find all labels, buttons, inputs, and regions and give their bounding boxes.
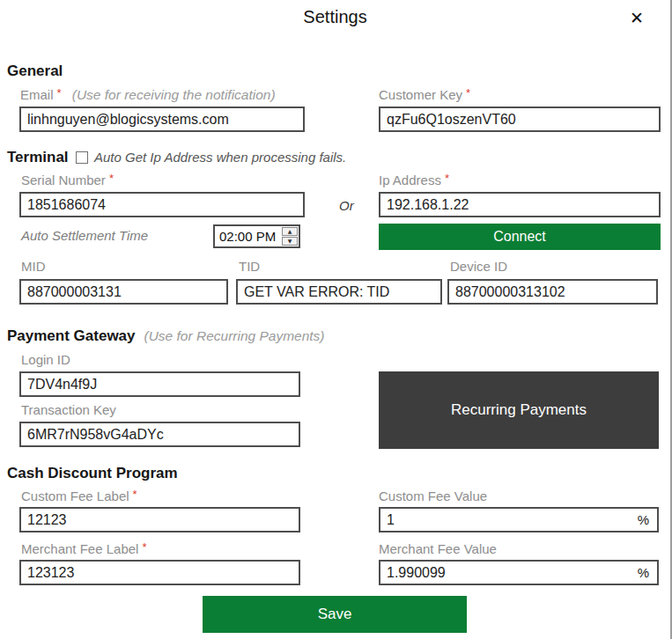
- device-id-label: Device ID: [450, 259, 507, 274]
- merchant-fee-label-label: Merchant Fee Label*: [21, 541, 146, 556]
- email-hint: (Use for receiving the notification): [72, 87, 276, 102]
- customer-key-label: Customer Key*: [379, 87, 470, 102]
- section-heading-general: General: [7, 62, 63, 80]
- email-input[interactable]: [19, 106, 305, 132]
- ip-address-input[interactable]: [379, 192, 661, 217]
- email-label: Email* (Use for receiving the notificati…: [20, 87, 276, 103]
- custom-fee-value-input[interactable]: [380, 512, 638, 528]
- recurring-payments-button[interactable]: Recurring Payments: [379, 371, 659, 449]
- merchant-fee-value-label: Merchant Fee Value: [379, 541, 497, 556]
- merchant-fee-label-required-asterisk: *: [142, 540, 146, 554]
- mid-label: MID: [21, 259, 46, 274]
- section-heading-cash-discount: Cash Discount Program: [7, 465, 178, 482]
- merchant-fee-percent-suffix: %: [638, 565, 649, 580]
- auto-get-ip-checkbox[interactable]: [76, 151, 88, 164]
- merchant-fee-label-text: Merchant Fee Label: [21, 541, 138, 556]
- auto-settlement-time-field[interactable]: ▲ ▼: [213, 224, 300, 248]
- transaction-key-input[interactable]: [19, 422, 300, 447]
- serial-number-label-text: Serial Number: [21, 173, 106, 187]
- merchant-fee-label-input[interactable]: [19, 560, 300, 585]
- ip-address-label: Ip Address*: [379, 173, 449, 187]
- time-spinner: ▲ ▼: [281, 226, 299, 246]
- merchant-fee-value-field: %: [379, 560, 659, 585]
- custom-fee-label-required-asterisk: *: [133, 488, 137, 501]
- close-icon[interactable]: ✕: [624, 6, 650, 31]
- auto-settlement-time-input[interactable]: [215, 226, 281, 246]
- custom-fee-label-input[interactable]: [19, 507, 300, 532]
- login-id-label: Login ID: [21, 352, 70, 367]
- serial-number-label: Serial Number*: [21, 173, 114, 187]
- custom-fee-percent-suffix: %: [638, 512, 649, 527]
- login-id-input[interactable]: [19, 371, 300, 397]
- mid-input[interactable]: [19, 279, 228, 305]
- save-button[interactable]: Save: [203, 596, 467, 633]
- tid-label: TID: [239, 259, 260, 274]
- section-heading-payment-gateway-row: Payment Gateway (Use for Recurring Payme…: [7, 327, 325, 345]
- merchant-fee-value-input[interactable]: [380, 565, 638, 581]
- payment-gateway-hint: (Use for Recurring Payments): [144, 328, 325, 344]
- spinner-up-icon[interactable]: ▲: [282, 227, 298, 236]
- ip-address-label-text: Ip Address: [379, 173, 441, 187]
- device-id-input[interactable]: [447, 279, 658, 305]
- tid-input[interactable]: [236, 279, 442, 305]
- custom-fee-value-label: Custom Fee Value: [379, 488, 487, 503]
- connect-button[interactable]: Connect: [379, 224, 661, 250]
- or-text: Or: [339, 198, 354, 213]
- auto-get-ip-label: Auto Get Ip Address when processing fail…: [94, 150, 346, 165]
- section-heading-payment-gateway: Payment Gateway: [7, 327, 136, 345]
- customer-key-label-text: Customer Key: [379, 87, 462, 102]
- settings-dialog: Settings ✕ General Email* (Use for recei…: [0, 0, 672, 639]
- dialog-title: Settings: [0, 7, 670, 27]
- serial-number-required-asterisk: *: [109, 172, 114, 185]
- section-heading-terminal: Terminal: [7, 149, 69, 166]
- email-required-asterisk: *: [57, 86, 62, 99]
- custom-fee-label-text: Custom Fee Label: [21, 488, 129, 503]
- custom-fee-value-field: %: [379, 507, 659, 532]
- customer-key-required-asterisk: *: [466, 86, 470, 99]
- customer-key-input[interactable]: [379, 106, 661, 132]
- email-label-text: Email: [20, 87, 54, 102]
- ip-address-required-asterisk: *: [445, 172, 449, 185]
- auto-settlement-time-label: Auto Settlement Time: [21, 228, 148, 243]
- serial-number-input[interactable]: [19, 192, 305, 217]
- spinner-down-icon[interactable]: ▼: [282, 237, 298, 246]
- transaction-key-label: Transaction Key: [21, 402, 116, 417]
- custom-fee-label-label: Custom Fee Label*: [21, 488, 137, 503]
